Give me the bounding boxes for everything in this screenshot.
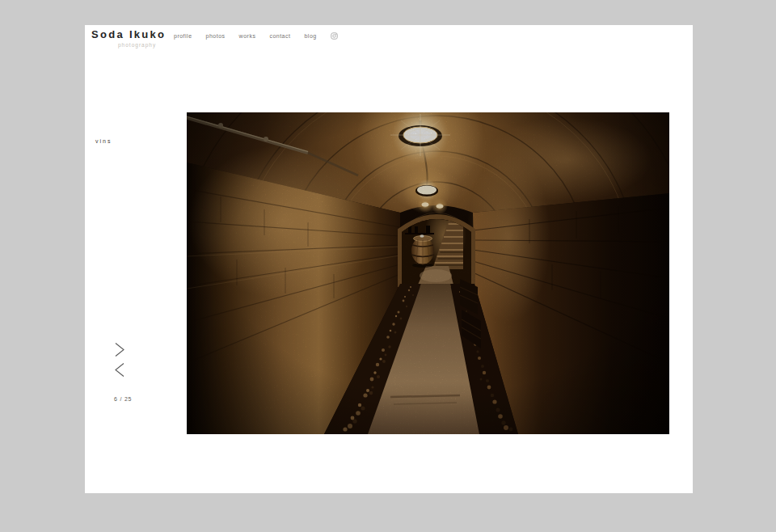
nav-instagram[interactable] (331, 32, 338, 40)
gallery-photo[interactable] (187, 112, 669, 434)
site-logo[interactable]: Soda Ikuko photography (91, 28, 166, 48)
site-page: Soda Ikuko photography profile photos wo… (85, 25, 693, 493)
main-nav: profile photos works contact blog (174, 32, 338, 40)
nav-blog[interactable]: blog (304, 33, 316, 39)
wine-cellar-photo-art (187, 112, 669, 434)
logo-subtitle: photography (118, 42, 166, 48)
nav-photos[interactable]: photos (206, 33, 226, 39)
logo-title: Soda Ikuko (91, 28, 166, 40)
nav-profile[interactable]: profile (174, 33, 192, 39)
photo-counter: 6 / 25 (114, 396, 132, 402)
nav-works[interactable]: works (239, 33, 256, 39)
desktop-background: { "window": { "background_color": "#cbcb… (0, 0, 776, 532)
next-photo-button[interactable] (114, 341, 127, 357)
chevron-right-icon (114, 342, 125, 357)
album-title: vins (95, 138, 112, 144)
prev-photo-button[interactable] (114, 361, 127, 378)
nav-contact[interactable]: contact (269, 33, 290, 39)
photo-grain (187, 112, 669, 434)
chevron-left-icon (114, 362, 125, 378)
instagram-icon (331, 32, 338, 40)
